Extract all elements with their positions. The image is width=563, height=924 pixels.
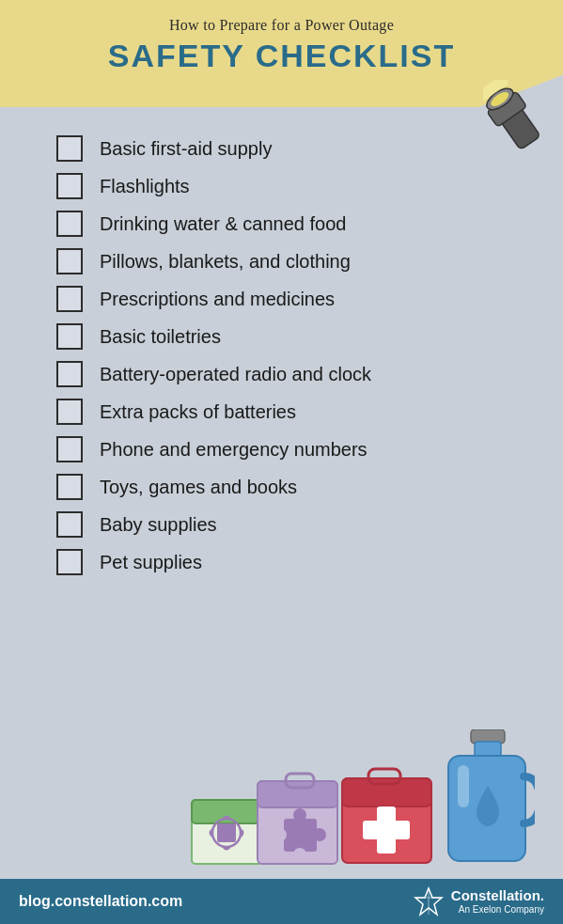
svg-point-14 [293, 848, 306, 861]
checklist-item-drinking-water: Drinking water & canned food [56, 211, 525, 237]
svg-point-15 [274, 828, 287, 841]
footer-logo-text: Constellation. An Exelon Company [451, 887, 544, 916]
main-container: How to Prepare for a Power Outage SAFETY… [0, 0, 563, 924]
checkbox-batteries[interactable] [56, 399, 83, 425]
checklist-item-batteries: Extra packs of batteries [56, 399, 525, 425]
footer-logo: Constellation. An Exelon Company [414, 886, 544, 916]
svg-rect-25 [458, 765, 469, 807]
checklist-item-flashlights: Flashlights [56, 173, 525, 199]
svg-rect-21 [363, 821, 410, 839]
item-text-pet-supplies: Pet supplies [100, 550, 202, 574]
item-text-drinking-water: Drinking water & canned food [100, 211, 346, 236]
checkbox-flashlights[interactable] [56, 173, 83, 199]
checklist-item-toiletries: Basic toiletries [56, 323, 525, 350]
header-section: How to Prepare for a Power Outage SAFETY… [0, 0, 563, 107]
item-text-first-aid-supply: Basic first-aid supply [100, 136, 272, 161]
purple-box-illustration [253, 762, 347, 869]
item-text-flashlights: Flashlights [100, 174, 190, 198]
checklist-item-radio-clock: Battery-operated radio and clock [56, 361, 525, 387]
first-aid-illustration [337, 758, 441, 869]
checklist-item-prescriptions: Prescriptions and medicines [56, 286, 525, 312]
checkbox-first-aid-supply[interactable] [56, 135, 83, 162]
svg-rect-8 [217, 823, 236, 842]
checklist: Basic first-aid supplyFlashlightsDrinkin… [56, 135, 525, 575]
checkbox-phone-numbers[interactable] [56, 436, 83, 462]
item-text-phone-numbers: Phone and emergency numbers [100, 437, 368, 462]
checklist-item-pet-supplies: Pet supplies [56, 549, 525, 575]
item-text-baby-supplies: Baby supplies [100, 512, 217, 537]
item-text-prescriptions: Prescriptions and medicines [100, 287, 335, 311]
checklist-item-toys-games: Toys, games and books [56, 474, 525, 500]
header-subtitle: How to Prepare for a Power Outage [28, 17, 535, 34]
svg-point-16 [313, 828, 326, 841]
constellation-logo-icon [414, 886, 444, 916]
svg-rect-12 [284, 819, 317, 852]
checklist-item-baby-supplies: Baby supplies [56, 511, 525, 538]
header-title: SAFETY CHECKLIST [28, 38, 535, 74]
checkbox-radio-clock[interactable] [56, 361, 83, 387]
svg-point-13 [293, 808, 306, 822]
checklist-item-first-aid-supply: Basic first-aid supply [56, 135, 525, 162]
checkbox-toys-games[interactable] [56, 474, 83, 500]
checklist-item-phone-numbers: Phone and emergency numbers [56, 436, 525, 462]
footer: blog.constellation.com Constellation. An… [0, 879, 563, 924]
checkbox-drinking-water[interactable] [56, 211, 83, 237]
main-content: Basic first-aid supplyFlashlightsDrinkin… [0, 107, 563, 924]
checklist-item-pillows-blankets: Pillows, blankets, and clothing [56, 248, 525, 274]
item-text-pillows-blankets: Pillows, blankets, and clothing [100, 249, 351, 274]
checkbox-baby-supplies[interactable] [56, 511, 83, 538]
flashlight-icon [483, 80, 549, 168]
water-jug-illustration [441, 729, 535, 869]
item-text-batteries: Extra packs of batteries [100, 399, 296, 424]
checkbox-pillows-blankets[interactable] [56, 248, 83, 274]
item-text-toiletries: Basic toiletries [100, 324, 221, 349]
checkbox-prescriptions[interactable] [56, 286, 83, 312]
item-text-toys-games: Toys, games and books [100, 475, 297, 499]
checkbox-pet-supplies[interactable] [56, 549, 83, 575]
checkbox-toiletries[interactable] [56, 323, 83, 350]
svg-rect-10 [258, 781, 337, 807]
footer-url: blog.constellation.com [19, 893, 182, 910]
item-text-radio-clock: Battery-operated radio and clock [100, 362, 371, 386]
